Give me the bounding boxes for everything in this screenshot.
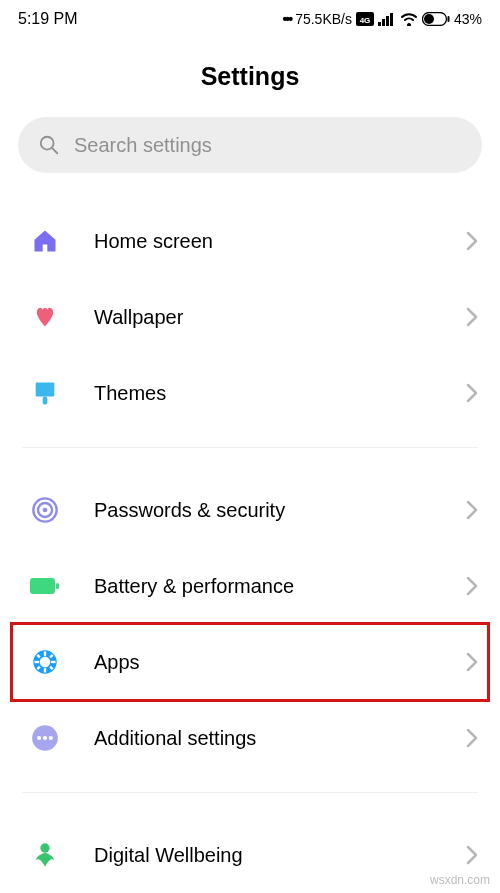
- svg-rect-23: [51, 661, 56, 663]
- svg-rect-12: [43, 397, 48, 405]
- row-label: Digital Wellbeing: [94, 844, 466, 867]
- svg-rect-21: [44, 668, 46, 673]
- svg-rect-4: [386, 16, 389, 26]
- status-bar: 5:19 PM ••• 75.5KB/s 4G 43%: [0, 0, 500, 34]
- row-label: Wallpaper: [94, 306, 466, 329]
- svg-line-10: [52, 148, 57, 153]
- row-battery-performance[interactable]: Battery & performance: [0, 548, 500, 624]
- row-label: Themes: [94, 382, 466, 405]
- signal-icon: [378, 12, 396, 26]
- status-speed: 75.5KB/s: [295, 11, 352, 27]
- volte-icon: 4G: [356, 12, 374, 26]
- svg-rect-16: [30, 578, 55, 594]
- svg-rect-2: [378, 22, 381, 26]
- wallpaper-icon: [30, 302, 60, 332]
- row-label: Additional settings: [94, 727, 466, 750]
- svg-point-32: [40, 843, 49, 852]
- divider: [22, 792, 478, 793]
- row-apps[interactable]: Apps: [0, 624, 500, 700]
- row-wallpaper[interactable]: Wallpaper: [0, 279, 500, 355]
- svg-rect-7: [424, 14, 434, 24]
- row-label: Battery & performance: [94, 575, 466, 598]
- svg-point-29: [37, 736, 41, 740]
- chevron-right-icon: [466, 576, 478, 596]
- chevron-right-icon: [466, 845, 478, 865]
- svg-rect-11: [36, 383, 55, 397]
- svg-point-15: [43, 508, 48, 513]
- wellbeing-icon: [30, 840, 60, 870]
- svg-rect-8: [447, 16, 449, 22]
- chevron-right-icon: [466, 652, 478, 672]
- settings-list: Home screen Wallpaper Themes Passwords &…: [0, 203, 500, 893]
- battery-icon: [422, 12, 450, 26]
- chevron-right-icon: [466, 383, 478, 403]
- svg-rect-5: [390, 13, 393, 26]
- chevron-right-icon: [466, 307, 478, 327]
- svg-text:4G: 4G: [360, 16, 371, 25]
- page-title: Settings: [0, 62, 500, 91]
- svg-point-31: [49, 736, 53, 740]
- svg-point-19: [40, 657, 51, 668]
- svg-rect-3: [382, 19, 385, 26]
- row-digital-wellbeing[interactable]: Digital Wellbeing: [0, 817, 500, 893]
- row-passwords-security[interactable]: Passwords & security: [0, 472, 500, 548]
- home-icon: [30, 226, 60, 256]
- more-icon: [30, 723, 60, 753]
- divider: [22, 447, 478, 448]
- battery-row-icon: [30, 571, 60, 601]
- chevron-right-icon: [466, 231, 478, 251]
- status-dots-icon: •••: [282, 11, 291, 27]
- watermark: wsxdn.com: [430, 873, 490, 887]
- chevron-right-icon: [466, 500, 478, 520]
- svg-point-30: [43, 736, 47, 740]
- row-additional-settings[interactable]: Additional settings: [0, 700, 500, 776]
- row-label: Passwords & security: [94, 499, 466, 522]
- search-icon: [38, 134, 60, 156]
- fingerprint-icon: [30, 495, 60, 525]
- themes-icon: [30, 378, 60, 408]
- status-time: 5:19 PM: [18, 10, 78, 28]
- svg-rect-17: [56, 583, 59, 589]
- svg-rect-22: [35, 661, 40, 663]
- status-right: ••• 75.5KB/s 4G 43%: [282, 11, 482, 27]
- search-input[interactable]: [74, 134, 462, 157]
- status-battery: 43%: [454, 11, 482, 27]
- row-themes[interactable]: Themes: [0, 355, 500, 431]
- chevron-right-icon: [466, 728, 478, 748]
- svg-rect-20: [44, 652, 46, 657]
- row-label: Home screen: [94, 230, 466, 253]
- row-label: Apps: [94, 651, 466, 674]
- row-home-screen[interactable]: Home screen: [0, 203, 500, 279]
- wifi-icon: [400, 12, 418, 26]
- search-bar[interactable]: [18, 117, 482, 173]
- apps-icon: [30, 647, 60, 677]
